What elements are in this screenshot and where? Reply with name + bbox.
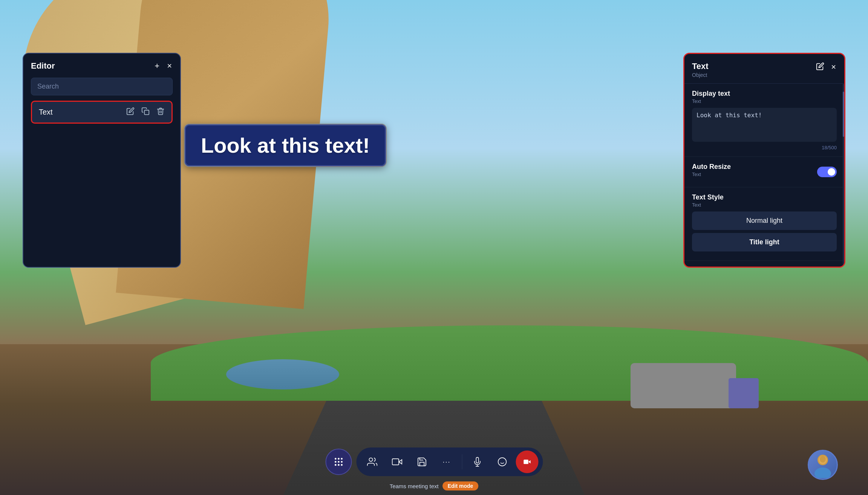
editor-panel-title: Editor bbox=[31, 61, 55, 71]
svg-point-2 bbox=[338, 458, 340, 460]
prop-display-text-type: Text bbox=[692, 98, 837, 104]
auto-resize-toggle[interactable] bbox=[817, 167, 837, 177]
prop-display-text-label: Display text bbox=[692, 90, 837, 98]
record-button[interactable] bbox=[516, 451, 538, 473]
props-close-button[interactable]: × bbox=[830, 62, 837, 72]
props-title: Text bbox=[692, 61, 709, 71]
toolbar-divider bbox=[462, 454, 462, 469]
editor-search-input[interactable] bbox=[31, 78, 173, 95]
scene-text-content: Look at this text! bbox=[201, 133, 370, 157]
editor-close-button[interactable]: × bbox=[166, 61, 173, 71]
text-item-row[interactable]: Text bbox=[31, 101, 173, 124]
mic-button[interactable] bbox=[466, 451, 488, 473]
bottom-toolbar: ··· bbox=[325, 447, 543, 476]
save-button[interactable] bbox=[410, 451, 433, 473]
svg-point-9 bbox=[341, 464, 343, 466]
svg-point-4 bbox=[335, 461, 337, 463]
props-edit-button[interactable] bbox=[815, 61, 825, 73]
auto-resize-row: Auto Resize Text bbox=[692, 163, 837, 181]
auto-resize-type: Text bbox=[692, 172, 731, 177]
editor-panel: Editor + × Text bbox=[23, 53, 181, 268]
more-button[interactable]: ··· bbox=[435, 451, 458, 473]
scroll-thumb bbox=[843, 92, 844, 137]
props-subtitle: Object bbox=[692, 72, 709, 78]
svg-point-20 bbox=[814, 467, 831, 478]
text-item-label: Text bbox=[39, 108, 53, 116]
toggle-track bbox=[817, 167, 837, 177]
svg-rect-12 bbox=[392, 459, 399, 465]
furniture bbox=[631, 363, 736, 408]
auto-resize-label: Auto Resize bbox=[692, 163, 731, 171]
props-panel: Text Object × Display text Text Look at … bbox=[683, 53, 845, 268]
style-btn-normal-light[interactable]: Normal light bbox=[692, 211, 837, 230]
avatar-button[interactable] bbox=[808, 450, 838, 480]
text-item-edit-button[interactable] bbox=[126, 107, 135, 117]
svg-point-6 bbox=[341, 461, 343, 463]
meeting-text: Teams meeting text bbox=[390, 483, 439, 489]
camera-button[interactable] bbox=[386, 451, 408, 473]
prop-section-text-style: Text Style Text Normal light Title light bbox=[684, 187, 844, 261]
text-style-type: Text bbox=[692, 202, 837, 208]
svg-point-7 bbox=[335, 464, 337, 466]
text-item-copy-button[interactable] bbox=[141, 107, 150, 117]
props-title-block: Text Object bbox=[692, 61, 709, 78]
water bbox=[226, 359, 339, 389]
editor-panel-header: Editor + × bbox=[31, 61, 173, 71]
editor-panel-actions: + × bbox=[154, 61, 173, 71]
svg-point-15 bbox=[498, 458, 506, 466]
editor-add-button[interactable]: + bbox=[154, 61, 160, 71]
edit-mode-badge: Edit mode bbox=[442, 481, 479, 490]
svg-point-3 bbox=[341, 458, 343, 460]
svg-point-8 bbox=[338, 464, 340, 466]
svg-point-22 bbox=[820, 456, 826, 463]
toggle-thumb bbox=[828, 168, 835, 176]
text-item-delete-button[interactable] bbox=[156, 107, 165, 117]
people-button[interactable] bbox=[361, 451, 383, 473]
main-toolbar-group: ··· bbox=[356, 447, 543, 476]
props-header-actions: × bbox=[815, 61, 837, 73]
svg-point-10 bbox=[369, 458, 372, 461]
scene-text-bubble: Look at this text! bbox=[185, 124, 386, 166]
svg-rect-0 bbox=[144, 110, 149, 115]
svg-rect-18 bbox=[524, 460, 528, 464]
props-scrollable[interactable]: Display text Text Look at this text! 18/… bbox=[684, 84, 844, 266]
display-text-input[interactable]: Look at this text! bbox=[692, 108, 837, 142]
svg-point-5 bbox=[338, 461, 340, 463]
props-panel-header: Text Object × bbox=[684, 54, 844, 84]
svg-marker-11 bbox=[399, 460, 402, 464]
text-style-label: Text Style bbox=[692, 193, 837, 201]
scroll-indicator bbox=[843, 84, 844, 268]
svg-point-1 bbox=[335, 458, 337, 460]
prop-section-display-text: Display text Text Look at this text! 18/… bbox=[684, 84, 844, 157]
prop-section-auto-resize: Auto Resize Text bbox=[684, 157, 844, 187]
status-bar: Teams meeting text Edit mode bbox=[390, 481, 479, 490]
grid-button[interactable] bbox=[325, 449, 352, 475]
emoji-button[interactable] bbox=[491, 451, 513, 473]
style-btn-title-light[interactable]: Title light bbox=[692, 233, 837, 251]
char-count: 18/500 bbox=[692, 145, 837, 150]
text-item-actions bbox=[126, 107, 165, 117]
